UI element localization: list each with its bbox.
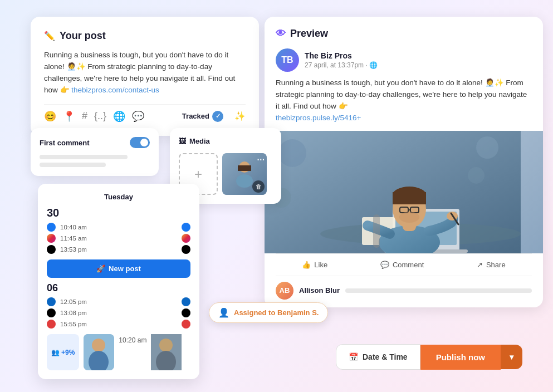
like-button[interactable]: 👍 Like — [302, 261, 327, 269]
x-social-icon — [182, 245, 190, 254]
preview-name: The Biz Pros — [305, 51, 378, 60]
preview-heading: Preview — [290, 28, 328, 40]
comment-button[interactable]: 💬 Comment — [380, 261, 424, 269]
calendar-card: Tuesday 30 10:40 am 11:45 am 13:53 pm 🚀 … — [38, 184, 199, 379]
scene: ✏️ Your post Running a business is tough… — [0, 0, 553, 392]
new-post-label: New post — [109, 264, 141, 273]
commenter-name: Allison Blur — [299, 286, 340, 295]
first-comment-label: First comment — [40, 139, 90, 147]
date-time-button[interactable]: 📅 Date & Time — [336, 344, 420, 370]
svg-rect-21 — [373, 214, 380, 248]
li-social-icon — [182, 297, 190, 306]
profile-image-2 — [151, 334, 182, 370]
media-thumbnail: ⋯ 🗑 — [222, 153, 267, 195]
cal-time-2: 11:45 am — [60, 235, 87, 242]
li-dot — [47, 297, 56, 306]
cal-time-4: 12:05 pm — [60, 298, 87, 305]
calendar-date-1: 30 — [47, 207, 190, 219]
assigned-badge: 👤 Assigned to Benjamin S. — [209, 302, 328, 323]
cal-entry-3: 13:53 pm — [47, 245, 190, 254]
calendar-second-section: 06 12:05 pm 13:08 pm 15:55 pm — [47, 282, 190, 329]
new-post-icon: 🚀 — [96, 264, 105, 273]
publish-now-button[interactable]: Publish now — [420, 345, 501, 370]
comment-bubble-icon: 💬 — [380, 261, 389, 269]
svg-point-14 — [399, 212, 419, 223]
x-dot-2 — [47, 308, 56, 317]
post-content-text: Running a business is tough, but you don… — [44, 50, 246, 96]
fb-social-icon — [182, 223, 190, 232]
cal-entry-2: 11:45 am — [47, 234, 190, 243]
comment-label: Comment — [393, 261, 424, 269]
first-comment-toggle[interactable] — [130, 137, 150, 148]
ig-social-icon — [182, 234, 190, 243]
new-post-button[interactable]: 🚀 New post — [47, 259, 190, 278]
preview-profile: TB The Biz Pros 27 april, at 13:37pm · 🌐 — [276, 48, 532, 72]
ig-dot — [47, 234, 56, 243]
calendar-day-header: Tuesday — [47, 193, 190, 201]
svg-rect-10 — [393, 192, 426, 204]
svg-point-17 — [278, 139, 306, 167]
time-display: 10:20 am — [119, 336, 146, 370]
svg-point-18 — [476, 136, 498, 159]
sparkle-icon: ✨ — [234, 111, 246, 121]
tracked-badge: Tracked ✓ — [182, 111, 223, 122]
location-icon[interactable]: 📍 — [63, 110, 75, 122]
hashtag-icon[interactable]: # — [82, 110, 87, 122]
your-post-heading: Your post — [60, 30, 106, 42]
cal-entry-6: 15:55 pm — [47, 320, 190, 329]
preview-avatar: TB — [276, 48, 299, 72]
red-social-icon — [182, 320, 190, 329]
assigned-label: Assigned to Benjamin S. — [234, 308, 319, 317]
preview-link[interactable]: thebizpros.pulse.ly/5416+ — [276, 114, 361, 122]
preview-card: 👁 Preview TB The Biz Pros 27 april, at 1… — [265, 17, 543, 307]
chevron-down-icon: ▾ — [510, 352, 513, 361]
people-icon: 👥 — [51, 349, 60, 356]
first-comment-card: First comment — [31, 128, 159, 176]
publish-label: Publish now — [436, 352, 485, 362]
post-link[interactable]: thebizpros.com/contact-us — [71, 86, 159, 94]
like-icon: 👍 — [302, 261, 311, 269]
cal-entry-1: 10:40 am — [47, 223, 190, 232]
tracked-label: Tracked — [182, 112, 209, 120]
preview-meta: 27 april, at 13:37pm · 🌐 — [305, 61, 378, 69]
red-dot — [47, 320, 56, 329]
media-delete-icon[interactable]: 🗑 — [252, 180, 265, 193]
emoji-icon[interactable]: 😊 — [44, 110, 56, 122]
share-label: Share — [486, 261, 506, 269]
first-comment-placeholder-lines — [40, 155, 150, 167]
publish-dropdown-button[interactable]: ▾ — [501, 345, 522, 369]
calendar-entries-1: 10:40 am 11:45 am 13:53 pm — [47, 223, 190, 254]
your-post-card: ✏️ Your post Running a business is tough… — [31, 17, 259, 136]
commenter-avatar: AB — [276, 282, 293, 300]
svg-point-24 — [236, 174, 253, 188]
eye-icon: 👁 — [276, 28, 286, 40]
calendar-entries-2: 12:05 pm 13:08 pm 15:55 pm — [47, 297, 190, 329]
calendar-date-2: 06 — [47, 282, 190, 294]
globe-icon[interactable]: 🌐 — [113, 110, 125, 122]
mention-icon[interactable]: {..} — [94, 110, 106, 122]
placeholder-line-2 — [40, 163, 106, 167]
post-toolbar: 😊 📍 # {..} 🌐 💬 Tracked ✓ ✨ — [44, 104, 246, 122]
share-button[interactable]: ↗ Share — [477, 261, 506, 269]
cal-time-5: 13:08 pm — [60, 310, 87, 316]
badge-percent: +9% — [61, 349, 75, 356]
svg-point-19 — [468, 167, 485, 184]
cal-entry-4: 12:05 pm — [47, 297, 190, 306]
calendar-icon: 📅 — [349, 352, 358, 361]
cal-time-6: 15:55 pm — [60, 321, 87, 327]
cal-time-3: 13:53 pm — [60, 246, 87, 253]
preview-body: Running a business is tough, but you don… — [276, 79, 527, 110]
fb-dot — [47, 223, 56, 232]
assigned-user-icon: 👤 — [218, 307, 229, 318]
profile-image-1 — [84, 334, 114, 370]
like-label: Like — [314, 261, 327, 269]
first-comment-header: First comment — [40, 137, 150, 148]
comment-icon[interactable]: 💬 — [132, 110, 144, 122]
preview-emoji: 👉 — [339, 102, 348, 110]
bottom-action-bar: 📅 Date & Time Publish now ▾ — [336, 344, 522, 370]
your-post-title: ✏️ Your post — [44, 30, 246, 42]
tracked-check-icon: ✓ — [212, 111, 223, 122]
placeholder-line-1 — [40, 155, 128, 159]
media-thumb-more[interactable]: ⋯ — [257, 155, 265, 164]
growth-badge: 👥 +9% — [47, 334, 79, 370]
